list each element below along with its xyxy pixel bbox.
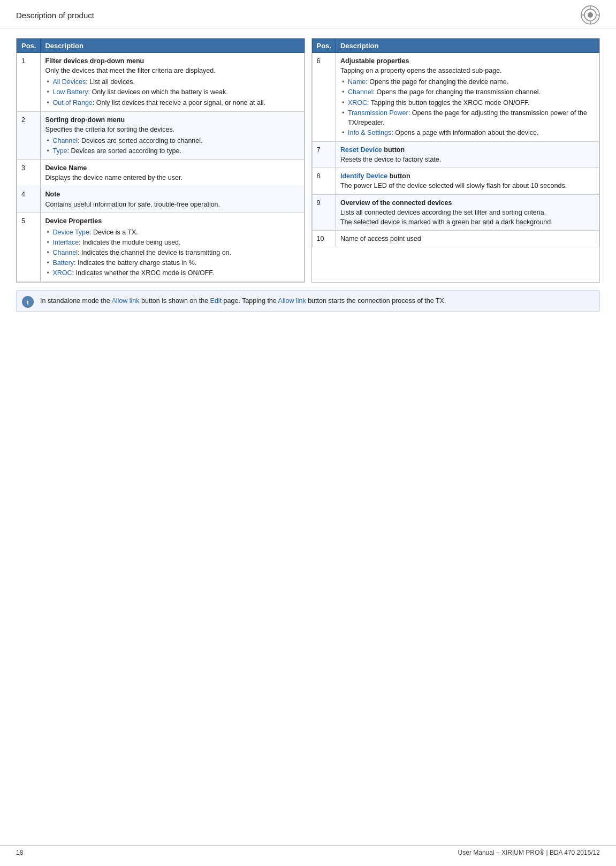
pos-cell: 4 — [17, 186, 41, 212]
desc-cell: Sorting drop-down menuSpecifies the crit… — [41, 111, 304, 160]
right-table-pos-header: Pos. — [312, 39, 336, 53]
desc-cell: NoteContains useful information for safe… — [41, 186, 304, 212]
left-table-desc-header: Description — [41, 39, 304, 53]
desc-cell: Device PropertiesDevice Type: Device is … — [41, 212, 304, 282]
brand-logo — [581, 5, 600, 25]
page-number: 18 — [16, 849, 23, 856]
table-row: 2 Sorting drop-down menuSpecifies the cr… — [17, 111, 305, 160]
desc-cell: Adjustable propertiesTapping on a proper… — [336, 53, 599, 142]
table-row: 5 Device PropertiesDevice Type: Device i… — [17, 212, 305, 282]
allow-link-1: Allow link — [111, 297, 139, 305]
desc-cell: Filter devices drop-down menuOnly the de… — [41, 53, 304, 112]
info-text: In standalone mode the Allow link button… — [40, 297, 446, 305]
pos-cell: 9 — [312, 194, 336, 230]
table-row: 8 Identify Device buttonThe power LED of… — [312, 168, 599, 194]
info-box: i In standalone mode the Allow link butt… — [16, 290, 600, 312]
info-icon: i — [22, 296, 34, 308]
pos-cell: 1 — [17, 53, 41, 112]
desc-cell: Overview of the connected devicesLists a… — [336, 194, 599, 230]
pos-cell: 10 — [312, 230, 336, 247]
table-row: 7 Reset Device buttonResets the device t… — [312, 142, 599, 168]
left-table-pos-header: Pos. — [17, 39, 41, 53]
page-header: Description of product — [0, 0, 616, 28]
page-title: Description of product — [16, 11, 94, 20]
left-table: Pos. Description 1 Filter devices drop-d… — [16, 38, 305, 283]
table-row: 4 NoteContains useful information for sa… — [17, 186, 305, 212]
table-row: 10 Name of access point used — [312, 230, 599, 247]
pos-cell: 2 — [17, 111, 41, 160]
table-row: 6 Adjustable propertiesTapping on a prop… — [312, 53, 599, 142]
desc-cell: Identify Device buttonThe power LED of t… — [336, 168, 599, 194]
main-content: Pos. Description 1 Filter devices drop-d… — [0, 28, 616, 328]
table-row: 1 Filter devices drop-down menuOnly the … — [17, 53, 305, 112]
desc-cell: Reset Device buttonResets the device to … — [336, 142, 599, 168]
edit-link: Edit — [210, 297, 222, 305]
pos-cell: 3 — [17, 160, 41, 186]
desc-cell: Device NameDisplays the device name ente… — [41, 160, 304, 186]
pos-cell: 7 — [312, 142, 336, 168]
doc-ref: User Manual – XIRIUM PRO® | BDA 470 2015… — [458, 849, 600, 856]
pos-cell: 5 — [17, 212, 41, 282]
desc-cell: Name of access point used — [336, 230, 599, 247]
pos-cell: 8 — [312, 168, 336, 194]
two-col-layout: Pos. Description 1 Filter devices drop-d… — [16, 38, 600, 283]
right-table-desc-header: Description — [336, 39, 599, 53]
pos-cell: 6 — [312, 53, 336, 142]
right-table: Pos. Description 6 Adjustable properties… — [311, 38, 600, 283]
table-row: 3 Device NameDisplays the device name en… — [17, 160, 305, 186]
allow-link-2: Allow link — [278, 297, 306, 305]
table-row: 9 Overview of the connected devicesLists… — [312, 194, 599, 230]
svg-point-2 — [588, 12, 593, 18]
page-footer: 18 User Manual – XIRIUM PRO® | BDA 470 2… — [0, 845, 616, 856]
